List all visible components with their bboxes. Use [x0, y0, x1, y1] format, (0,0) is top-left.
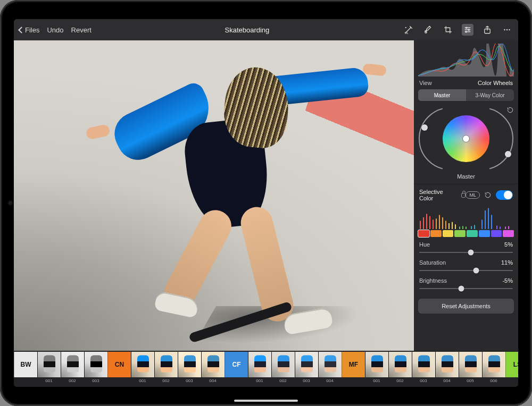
preset-thumbnail[interactable]: [248, 352, 271, 377]
preset-thumbnail[interactable]: [435, 352, 459, 377]
color-swatch[interactable]: [479, 230, 490, 237]
svg-point-3: [468, 29, 469, 30]
preset-thumbnail[interactable]: [295, 352, 318, 377]
color-wheel-handle[interactable]: [463, 136, 469, 142]
preset-number: 002: [154, 378, 178, 383]
preset-number: 006: [482, 378, 505, 383]
auto-enhance-icon[interactable]: ML: [403, 24, 414, 36]
preset-number: 002: [271, 378, 295, 383]
svg-point-8: [509, 29, 510, 31]
repair-brush-icon[interactable]: [422, 24, 434, 36]
device-camera: [9, 201, 12, 205]
preset-thumbnail[interactable]: [412, 352, 435, 377]
color-swatch-row: [414, 229, 518, 240]
preset-thumbnail[interactable]: [154, 352, 178, 377]
hue-label: Hue: [419, 241, 430, 248]
preset-group-marker[interactable]: BW: [14, 352, 37, 377]
image-canvas[interactable]: [14, 40, 414, 351]
document-title: Skateboarding: [92, 26, 403, 34]
preset-thumbnail[interactable]: [37, 352, 61, 377]
back-button[interactable]: Files: [19, 26, 39, 34]
selective-color-histogram: [414, 206, 518, 229]
preset-thumbnail[interactable]: [178, 352, 201, 377]
svg-point-4: [466, 31, 467, 32]
adjustments-panel: View Color Wheels Master 3-Way Color: [414, 40, 518, 351]
share-icon[interactable]: [481, 24, 493, 36]
hue-value: 5%: [504, 241, 513, 248]
preset-number: 004: [435, 378, 459, 383]
top-toolbar: Files Undo Revert Skateboarding ML: [14, 19, 518, 40]
saturation-arc-handle[interactable]: [421, 124, 428, 131]
preset-thumbnail[interactable]: [201, 352, 225, 377]
brightness-slider[interactable]: [419, 285, 513, 292]
brightness-arc-handle[interactable]: [505, 151, 511, 157]
selective-color-reset-icon[interactable]: [484, 191, 492, 199]
ml-button[interactable]: ML: [466, 191, 480, 199]
more-icon[interactable]: [501, 24, 513, 36]
color-swatch[interactable]: [443, 230, 454, 237]
preset-number: 001: [248, 378, 271, 383]
color-swatch[interactable]: [454, 230, 466, 237]
brightness-label: Brightness: [419, 277, 447, 284]
preset-thumbnail[interactable]: [388, 352, 412, 377]
preset-number: 003: [412, 378, 435, 383]
svg-point-6: [504, 29, 505, 31]
color-swatch[interactable]: [467, 230, 478, 237]
saturation-value: 11%: [501, 259, 513, 266]
color-wheel-label: Master: [414, 173, 518, 184]
color-swatch[interactable]: [491, 230, 502, 237]
svg-point-2: [466, 27, 467, 28]
preset-thumbnail[interactable]: [61, 352, 84, 377]
color-swatch[interactable]: [503, 230, 514, 237]
preset-group-marker[interactable]: CN: [107, 352, 131, 377]
preset-number: 001: [131, 378, 154, 383]
adjustments-icon[interactable]: [462, 24, 473, 36]
canvas-subject: [76, 46, 352, 323]
color-wheel-mode-segment: Master 3-Way Color: [418, 89, 514, 101]
preset-number: 003: [295, 378, 318, 383]
color-swatch[interactable]: [418, 230, 429, 237]
reset-adjustments-button[interactable]: Reset Adjustments: [418, 299, 514, 314]
tab-master[interactable]: Master: [418, 89, 466, 101]
preset-thumbnail[interactable]: [459, 352, 482, 377]
undo-button[interactable]: Undo: [47, 26, 63, 34]
view-label: View: [419, 80, 432, 86]
preset-group-marker[interactable]: MF: [342, 352, 365, 377]
preset-thumbnail[interactable]: [271, 352, 295, 377]
preset-group-marker[interactable]: CF: [225, 352, 248, 377]
preset-number: 001: [37, 378, 61, 383]
preset-number: 004: [318, 378, 342, 383]
preset-thumbnail[interactable]: [482, 352, 505, 377]
selective-color-toggle[interactable]: [496, 190, 513, 200]
preset-group-marker[interactable]: LS: [505, 352, 518, 377]
preset-number: 001: [365, 378, 388, 383]
view-mode-button[interactable]: Color Wheels: [478, 80, 513, 86]
color-wheel[interactable]: [414, 104, 518, 173]
revert-button[interactable]: Revert: [71, 26, 92, 34]
color-swatch[interactable]: [430, 230, 442, 237]
preset-filmstrip[interactable]: BW001002003CN001002003004CF001002003004M…: [14, 351, 518, 387]
saturation-slider[interactable]: [419, 267, 513, 274]
preset-number: 004: [201, 378, 225, 383]
lock-icon[interactable]: [461, 193, 466, 198]
saturation-label: Saturation: [419, 259, 446, 266]
preset-thumbnail[interactable]: [365, 352, 388, 377]
crop-icon[interactable]: [442, 24, 454, 36]
color-wheel-reset-icon[interactable]: [506, 106, 514, 114]
preset-number: 002: [61, 378, 84, 383]
selective-color-title: Selective Color: [419, 189, 458, 201]
luminance-histogram: [414, 40, 518, 78]
hue-slider[interactable]: [419, 249, 513, 256]
preset-number: 003: [84, 378, 107, 383]
preset-number: 005: [459, 378, 482, 383]
svg-text:ML: ML: [405, 31, 409, 35]
chevron-left-icon: [18, 27, 25, 33]
preset-thumbnail[interactable]: [131, 352, 154, 377]
preset-thumbnail[interactable]: [318, 352, 342, 377]
preset-thumbnail[interactable]: [84, 352, 107, 377]
svg-point-7: [506, 29, 508, 31]
preset-number: 002: [388, 378, 412, 383]
preset-number: 003: [178, 378, 201, 383]
tab-3way-color[interactable]: 3-Way Color: [466, 89, 514, 101]
back-label: Files: [25, 26, 39, 34]
